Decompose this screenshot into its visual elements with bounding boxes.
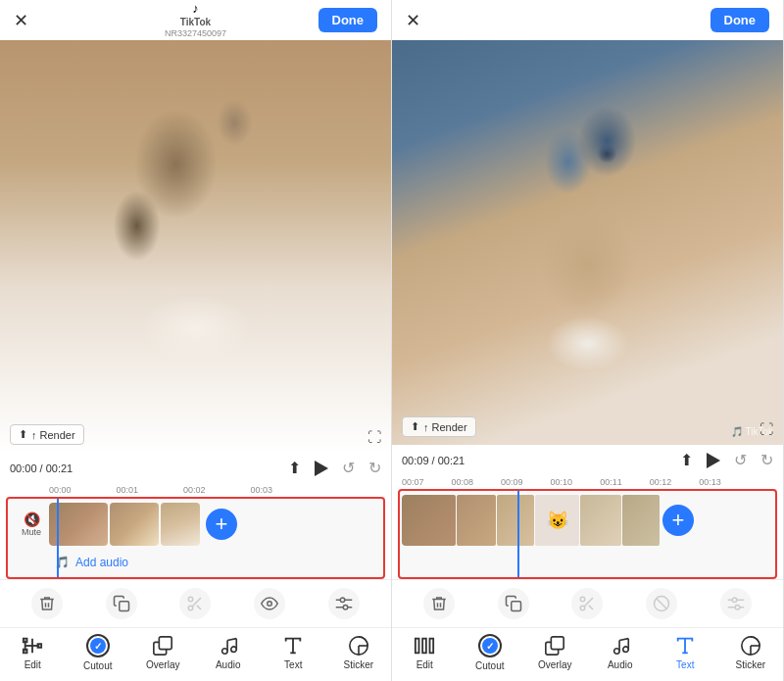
- left-mute-label[interactable]: 🔇 Mute: [14, 511, 49, 537]
- right-copy-button[interactable]: [498, 588, 529, 619]
- right-redo-button[interactable]: ↻: [760, 451, 773, 469]
- right-audio-track: [400, 550, 775, 577]
- svg-point-1: [189, 597, 194, 602]
- left-audio-tool[interactable]: Audio: [204, 635, 253, 670]
- right-play-button[interactable]: [707, 453, 720, 468]
- right-timeline: 😺 +: [398, 489, 777, 579]
- tiktok-subtext: NR3327450097: [165, 28, 226, 39]
- svg-line-28: [589, 606, 593, 609]
- right-sticker-tool[interactable]: Sticker: [726, 635, 775, 670]
- right-transport: 00:09 / 00:21 ⬆ ↺ ↻: [392, 445, 783, 475]
- right-overlay-label: Overlay: [538, 659, 571, 670]
- right-clip-4[interactable]: [580, 495, 621, 546]
- right-ruler-mark-0: 00:07: [402, 477, 424, 487]
- right-undo-button[interactable]: ↺: [734, 451, 747, 469]
- overlay-label: Overlay: [146, 659, 179, 670]
- svg-point-32: [735, 606, 740, 610]
- right-bottom-toolbar-2: Edit ✓ Cutout Overlay Audio: [392, 627, 783, 681]
- right-sticker-label: Sticker: [735, 659, 765, 670]
- left-add-audio-button[interactable]: 🎵 Add audio: [55, 556, 128, 569]
- right-video-track: 😺 +: [400, 491, 775, 550]
- left-delete-button[interactable]: [31, 588, 63, 619]
- edit-label: Edit: [24, 659, 41, 670]
- left-overlay-tool[interactable]: Overlay: [138, 635, 187, 670]
- sticker-label: Sticker: [343, 659, 373, 670]
- left-bottom-toolbar-2: Edit ✓ Cutout Overlay Audio: [0, 627, 391, 681]
- right-delete-button[interactable]: [423, 588, 455, 619]
- left-clip-2[interactable]: [110, 503, 159, 546]
- left-adjust-button[interactable]: [328, 588, 360, 619]
- left-eye-button[interactable]: [254, 588, 285, 619]
- left-sticker-tool[interactable]: Sticker: [334, 635, 383, 670]
- audio-label: Audio: [216, 659, 241, 670]
- svg-point-7: [343, 606, 348, 610]
- left-play-button[interactable]: [315, 461, 328, 476]
- right-done-button[interactable]: Done: [710, 8, 770, 32]
- overlay-icon: [152, 635, 173, 657]
- ruler-mark-1: 00:01: [117, 485, 139, 495]
- right-text-tool[interactable]: Text: [661, 635, 710, 670]
- cutout-icon: ✓: [86, 634, 110, 657]
- right-clip-3[interactable]: [497, 495, 534, 546]
- left-audio-track: 🎵 Add audio: [8, 550, 383, 577]
- left-cut-button[interactable]: [179, 588, 211, 619]
- left-timeline-cursor: [57, 499, 59, 577]
- right-render-label: ↑ Render: [423, 421, 467, 433]
- right-edit-icon: [414, 635, 435, 657]
- text-label: Text: [284, 659, 302, 670]
- left-expand-button[interactable]: ⛶: [368, 429, 381, 445]
- svg-point-2: [189, 606, 194, 610]
- left-redo-button[interactable]: ↻: [368, 459, 381, 477]
- right-clip-5[interactable]: [622, 495, 660, 546]
- left-export-button[interactable]: ⬆: [288, 459, 301, 477]
- right-clip-2[interactable]: [457, 495, 496, 546]
- left-done-button[interactable]: Done: [318, 8, 378, 32]
- left-add-clip-button[interactable]: +: [206, 509, 237, 540]
- right-disable-button[interactable]: [646, 588, 677, 619]
- right-add-clip-button[interactable]: +: [662, 505, 694, 536]
- right-export-button[interactable]: ⬆: [680, 451, 693, 469]
- left-header: ✕ ♪ TikTok NR3327450097 Done: [0, 0, 391, 40]
- cutout-label: Cutout: [83, 660, 112, 671]
- right-render-button[interactable]: ⬆ ↑ Render: [402, 416, 476, 437]
- right-cut-button[interactable]: [571, 588, 603, 619]
- left-transport-buttons: ⬆ ↺ ↻: [288, 459, 381, 477]
- svg-line-20: [227, 639, 236, 641]
- right-clip-1[interactable]: [402, 495, 456, 546]
- ruler-mark-0: 00:00: [49, 485, 72, 495]
- tiktok-logo-text: TikTok: [180, 17, 211, 28]
- left-cutout-tool[interactable]: ✓ Cutout: [74, 634, 122, 671]
- svg-rect-34: [422, 639, 426, 654]
- left-timeline: 🔇 Mute + 🎵 Add audio: [6, 497, 385, 579]
- right-overlay-tool[interactable]: Overlay: [530, 635, 579, 670]
- right-edit-tool[interactable]: Edit: [400, 635, 449, 670]
- right-adjust-button[interactable]: [720, 588, 752, 619]
- left-copy-button[interactable]: [106, 588, 137, 619]
- left-close-button[interactable]: ✕: [14, 12, 28, 29]
- render-arrow-icon: ⬆: [19, 428, 27, 441]
- right-ruler-mark-4: 00:11: [600, 477, 622, 487]
- right-cutout-tool[interactable]: ✓ Cutout: [466, 634, 514, 671]
- right-cat-image: [392, 40, 783, 445]
- text-icon: [282, 635, 304, 657]
- left-edit-tool[interactable]: Edit: [8, 635, 57, 670]
- right-ruler-mark-1: 00:08: [452, 477, 474, 487]
- svg-point-26: [581, 606, 586, 610]
- left-text-tool[interactable]: Text: [269, 635, 318, 670]
- svg-rect-35: [430, 639, 434, 654]
- svg-line-42: [619, 639, 628, 641]
- right-ruler-mark-2: 00:09: [501, 477, 523, 487]
- right-audio-tool[interactable]: Audio: [596, 635, 645, 670]
- right-ruler: 00:07 00:08 00:09 00:10 00:11 00:12 00:1…: [392, 475, 783, 489]
- left-render-button[interactable]: ⬆ ↑ Render: [10, 424, 84, 445]
- right-text-label: Text: [676, 659, 694, 670]
- right-cutout-label: Cutout: [475, 660, 504, 671]
- right-panel: ✕ Done ⬆ ↑ Render 🎵 TikTok ⛶ 00:09 / 00:…: [392, 0, 784, 681]
- right-expand-button[interactable]: ⛶: [760, 421, 773, 437]
- left-clip-3[interactable]: [161, 503, 200, 546]
- right-bottom-toolbar-1: [392, 579, 783, 627]
- svg-point-39: [623, 647, 629, 653]
- right-clip-emoji[interactable]: 😺: [535, 495, 579, 546]
- left-undo-button[interactable]: ↺: [342, 459, 355, 477]
- right-close-button[interactable]: ✕: [406, 12, 420, 29]
